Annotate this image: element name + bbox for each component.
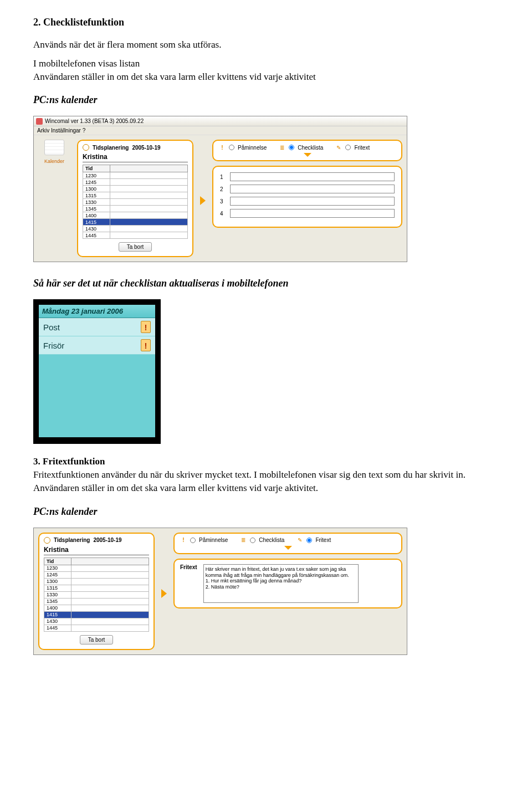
- table-row[interactable]: 1315: [83, 192, 188, 199]
- activity-col-header-2: [71, 558, 149, 565]
- table-row[interactable]: 1245: [44, 571, 149, 578]
- table-row[interactable]: 1415: [83, 219, 188, 226]
- plan-user: Kristina: [83, 153, 188, 162]
- label-fritext-2: Fritext: [315, 537, 331, 543]
- table-row[interactable]: 1230: [83, 172, 188, 179]
- clock-icon: [83, 144, 89, 151]
- field-number: 3: [220, 198, 226, 204]
- table-row[interactable]: 1315: [44, 585, 149, 591]
- plan-date-2: 2005-10-19: [93, 537, 121, 543]
- phone-date-header: Måndag 23 januari 2006: [39, 305, 155, 318]
- time-rows-2[interactable]: 1230124513001315133013451400141514301445: [44, 565, 149, 631]
- nav-kalender-label[interactable]: Kalender: [44, 158, 64, 164]
- fritext-panel: Fritext Här skriver man in fritext, det …: [173, 559, 402, 608]
- phone-list-item[interactable]: Frisör!: [39, 336, 155, 355]
- calendar-icon[interactable]: [44, 140, 64, 155]
- radio-fritext[interactable]: [345, 145, 351, 150]
- alert-icon: !: [141, 321, 151, 333]
- time-cell: 1430: [44, 618, 71, 625]
- activity-cell: [110, 199, 188, 206]
- table-row[interactable]: 1345: [83, 206, 188, 212]
- plan-user-2: Kristina: [44, 546, 149, 555]
- activity-cell: [110, 232, 188, 239]
- pc-app-window-2: Tidsplanering 2005-10-19 Kristina Tid 12…: [33, 528, 407, 655]
- remove-button-2[interactable]: Ta bort: [80, 635, 114, 645]
- time-cell: 1300: [44, 578, 71, 585]
- app-title: Wincomal ver 1.33 (BETA 3) 2005.09.22: [45, 118, 144, 124]
- radio-checklista-2[interactable]: [250, 538, 255, 543]
- radio-fritext-2[interactable]: [306, 538, 312, 543]
- time-cell: 1430: [83, 226, 110, 232]
- fritext-textarea[interactable]: Här skriver man in fritext, det kan ju v…: [203, 564, 359, 603]
- table-row[interactable]: 1330: [83, 199, 188, 206]
- table-row[interactable]: 1445: [44, 625, 149, 631]
- alert-icon: !: [141, 339, 151, 351]
- time-cell: 1245: [44, 571, 71, 578]
- time-cell: 1400: [83, 212, 110, 219]
- field-number: 1: [220, 174, 226, 180]
- field-number: 2: [220, 186, 226, 192]
- checklist-field-row: 4: [220, 209, 395, 218]
- activity-cell: [110, 192, 188, 199]
- activity-cell: [71, 598, 149, 605]
- table-row[interactable]: 1400: [83, 212, 188, 219]
- table-row[interactable]: 1245: [83, 179, 188, 186]
- label-checklista-2: Checklista: [259, 537, 284, 543]
- chevron-down-icon: [304, 153, 311, 157]
- checklist-fields-panel: 1234: [212, 166, 402, 228]
- time-table-2[interactable]: Tid 123012451300131513301345140014151430…: [44, 558, 149, 632]
- freetext-icon: ✎: [335, 144, 342, 151]
- checklist-icon: ≣: [240, 537, 247, 544]
- table-row[interactable]: 1430: [44, 618, 149, 625]
- table-row[interactable]: 1345: [44, 598, 149, 605]
- phone-list-item[interactable]: Post!: [39, 318, 155, 336]
- freetext-icon: ✎: [296, 537, 303, 544]
- activity-cell: [110, 186, 188, 192]
- reminder-icon: !: [180, 537, 187, 544]
- phone-item-label: Frisör: [43, 341, 64, 350]
- time-cell: 1230: [44, 565, 71, 571]
- plan-label-2: Tidsplanering: [54, 537, 90, 543]
- section2-desc: I mobiltelefonen visas listan Användaren…: [33, 57, 499, 84]
- time-cell: 1230: [83, 172, 110, 179]
- mobile-heading: Så här ser det ut när checklistan aktual…: [33, 278, 499, 289]
- arrow-right-icon: [200, 196, 206, 205]
- checklist-input[interactable]: [230, 185, 395, 193]
- activity-cell: [110, 179, 188, 186]
- activity-cell: [71, 605, 149, 611]
- table-row[interactable]: 1400: [44, 605, 149, 611]
- time-rows[interactable]: 1230124513001315133013451400141514301445: [83, 172, 188, 239]
- pc-kalender-heading-1: PC:ns kalender: [33, 94, 499, 106]
- activity-cell: [71, 625, 149, 631]
- section2-heading: 2. Checklistefunktion: [33, 17, 499, 28]
- table-row[interactable]: 1300: [83, 186, 188, 192]
- time-cell: 1330: [44, 591, 71, 598]
- section2-intro: Används när det är flera moment som ska …: [33, 38, 499, 52]
- table-row[interactable]: 1300: [44, 578, 149, 585]
- table-row[interactable]: 1230: [44, 565, 149, 571]
- chevron-down-icon: [284, 546, 292, 550]
- section3-heading: 3. Fritextfunktion: [33, 456, 105, 467]
- arrow-right-icon-2: [161, 589, 167, 598]
- table-row[interactable]: 1415: [44, 611, 149, 618]
- time-cell: 1445: [44, 625, 71, 631]
- radio-checklista[interactable]: [289, 145, 294, 150]
- time-table[interactable]: Tid 123012451300131513301345140014151430…: [83, 165, 188, 239]
- checklist-input[interactable]: [230, 172, 395, 181]
- checklist-input[interactable]: [230, 209, 395, 218]
- clock-icon: [44, 537, 50, 544]
- checklist-input[interactable]: [230, 197, 395, 206]
- time-cell: 1300: [83, 186, 110, 192]
- type-panel: ! Påminnelse ≣ Checklista ✎ Fritext: [212, 140, 402, 161]
- plan-date: 2005-10-19: [132, 145, 160, 151]
- app-menubar[interactable]: Arkiv Inställningar ?: [34, 126, 407, 135]
- table-row[interactable]: 1445: [83, 232, 188, 239]
- radio-paminnelse-2[interactable]: [190, 538, 196, 543]
- remove-button[interactable]: Ta bort: [119, 242, 152, 252]
- checklist-field-row: 2: [220, 185, 395, 193]
- radio-paminnelse[interactable]: [229, 145, 234, 150]
- label-checklista: Checklista: [298, 145, 323, 151]
- table-row[interactable]: 1430: [83, 226, 188, 232]
- activity-cell: [110, 226, 188, 232]
- table-row[interactable]: 1330: [44, 591, 149, 598]
